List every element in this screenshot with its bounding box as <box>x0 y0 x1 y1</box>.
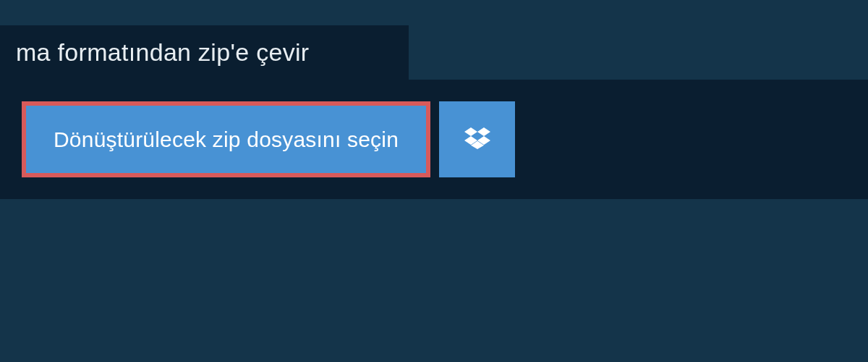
dropbox-button[interactable] <box>439 101 515 177</box>
upload-panel: Dönüştürülecek zip dosyasını seçin <box>0 80 868 199</box>
page-title: ma formatından zip'e çevir <box>16 38 393 67</box>
select-file-button[interactable]: Dönüştürülecek zip dosyasını seçin <box>22 101 430 177</box>
header-bar: ma formatından zip'e çevir <box>0 25 409 80</box>
dropbox-icon <box>464 125 490 154</box>
select-file-label: Dönüştürülecek zip dosyasını seçin <box>54 127 399 152</box>
